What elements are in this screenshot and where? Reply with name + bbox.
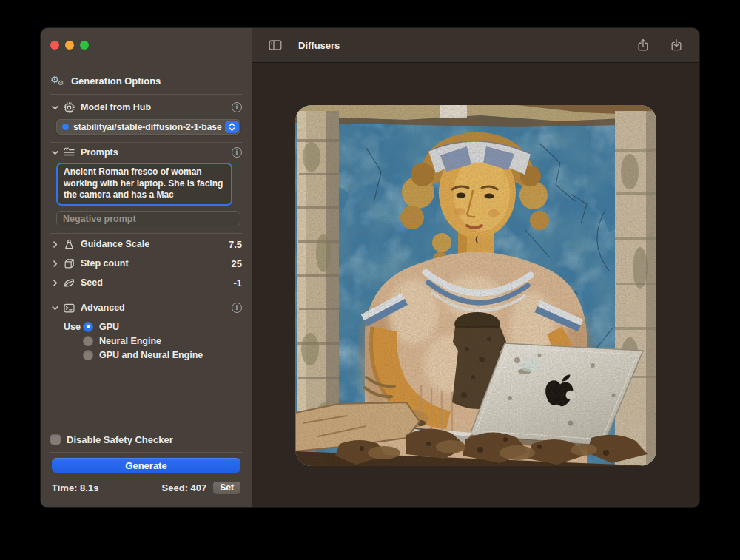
radio-neural-engine[interactable] [83,336,93,346]
step-count-value: 25 [232,258,242,269]
disable-safety-label: Disable Safety Checker [67,434,173,445]
use-label: Use [64,322,83,332]
chevron-right-icon[interactable] [50,260,59,268]
gears-icon: ⚙⚙ [50,74,67,87]
seed-label: Seed [81,277,103,288]
divider [50,94,242,95]
radio-option-gpu-and-neural-engine[interactable]: GPU and Neural Engine [64,348,242,362]
safety-checker-row[interactable]: Disable Safety Checker [50,433,242,446]
advanced-label: Advanced [81,303,125,313]
radio-gpu-and-neural-engine[interactable] [83,350,93,360]
main-content: Diffusers [252,28,699,507]
step-count-label: Step count [81,258,129,269]
popup-chevrons-icon[interactable] [225,121,239,133]
status-bar: Time: 8.1s Seed: 407 Set [52,481,240,494]
sidebar-title: Generation Options [71,75,161,87]
divider [50,297,242,297]
chevron-right-icon[interactable] [50,240,59,249]
guidance-scale-label: Guidance Scale [81,239,149,249]
prompt-textarea[interactable]: Ancient Roman fresco of woman working wi… [56,163,232,206]
app-window: ⚙⚙ Generation Options Model from Hub i s… [41,28,699,507]
text-quote-icon [63,146,75,159]
seed-status: Seed: 407 [162,482,207,493]
generated-image[interactable] [295,105,656,466]
app-title: Diffusers [298,40,340,51]
divider [50,452,242,453]
image-canvas [252,63,699,507]
set-seed-button[interactable]: Set [213,482,240,494]
spacer [50,362,242,433]
radio-option-neural-engine[interactable]: Neural Engine [64,334,242,348]
negative-prompt-field[interactable] [56,211,240,226]
cpu-icon [63,101,75,114]
generation-options-header: ⚙⚙ Generation Options [50,74,242,87]
guidance-scale-value: 7.5 [229,239,242,250]
radio-gpu[interactable] [83,322,93,332]
step-count-row[interactable]: Step count 25 [50,257,242,270]
info-icon[interactable]: i [232,102,242,112]
generate-button[interactable]: Generate [52,458,240,473]
divider [50,233,242,234]
compute-unit-radio-group: Use GPU Neural Engine GPU and Neural Eng… [64,320,242,362]
time-status: Time: 8.1s [52,482,98,493]
advanced-section-row[interactable]: Advanced i [50,301,242,314]
seed-row[interactable]: Seed -1 [50,276,242,289]
zoom-button[interactable] [80,41,89,50]
radio-option-gpu[interactable]: Use GPU [64,320,242,334]
sidebar: ⚙⚙ Generation Options Model from Hub i s… [41,28,252,507]
divider [50,142,242,143]
scale-weight-icon [63,238,75,251]
model-label: Model from Hub [81,102,151,112]
model-section-row[interactable]: Model from Hub i [50,101,242,114]
traffic-lights [50,41,242,50]
model-select[interactable]: stabilityai/stable-diffusion-2-1-base [56,119,240,135]
close-button[interactable] [50,41,59,50]
seed-value: -1 [233,277,242,289]
terminal-icon [63,302,75,314]
info-icon[interactable]: i [232,147,242,158]
minimize-button[interactable] [65,41,74,50]
info-icon[interactable]: i [232,303,242,313]
bottom-padding [50,494,242,507]
titlebar: Diffusers [252,28,699,63]
prompts-section-row[interactable]: Prompts i [50,146,242,159]
model-selected-value: stabilityai/stable-diffusion-2-1-base [73,122,223,132]
guidance-scale-row[interactable]: Guidance Scale 7.5 [50,237,242,251]
prompts-label: Prompts [81,147,118,158]
chevron-down-icon[interactable] [50,304,59,312]
sidebar-toggle-icon[interactable] [268,38,283,53]
negative-prompt-input[interactable] [63,214,234,224]
share-icon[interactable] [636,38,650,53]
chevron-right-icon[interactable] [50,279,59,287]
chevron-down-icon[interactable] [50,149,59,157]
chevron-down-icon[interactable] [50,104,59,112]
save-icon[interactable] [669,38,684,53]
disable-safety-checkbox[interactable] [50,434,61,445]
cube-stack-icon [63,257,75,270]
leaf-icon [63,277,75,289]
model-status-dot [62,124,69,130]
